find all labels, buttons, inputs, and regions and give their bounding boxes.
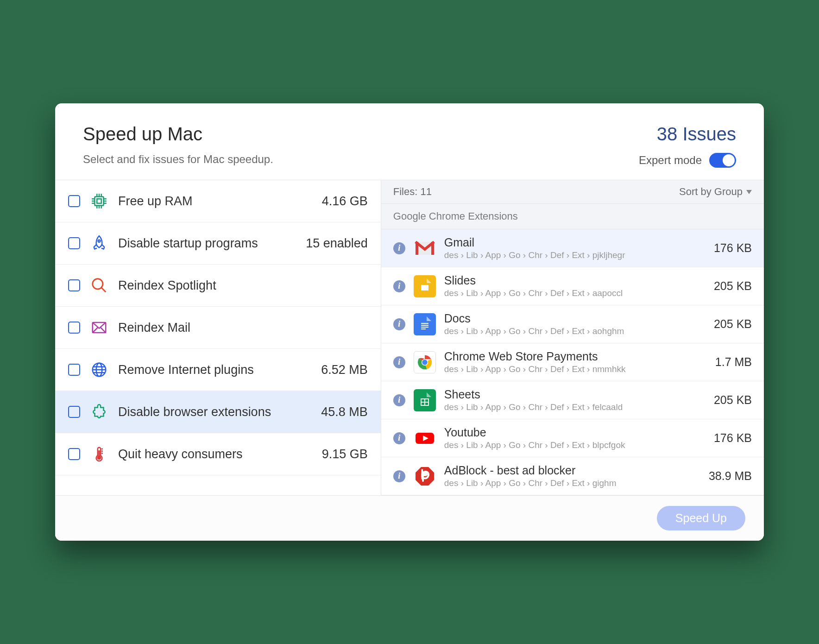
thermo-icon (90, 445, 108, 463)
checkbox[interactable] (68, 237, 80, 249)
file-row[interactable]: i Slides des › Lib › App › Go › Chr › De… (381, 267, 764, 305)
svg-rect-29 (416, 242, 418, 255)
file-row[interactable]: i Docs des › Lib › App › Go › Chr › Def … (381, 305, 764, 343)
puzzle-icon (90, 403, 108, 421)
mail-icon (90, 319, 108, 336)
chevron-down-icon (746, 190, 752, 194)
category-label: Disable startup programs (118, 236, 296, 251)
svg-rect-0 (95, 197, 104, 206)
category-extensions[interactable]: Disable browser extensions 45.8 MB (55, 391, 381, 433)
category-label: Reindex Mail (118, 321, 358, 335)
category-startup[interactable]: Disable startup programs 15 enabled (55, 222, 381, 265)
file-row[interactable]: i Gmail des › Lib › App › Go › Chr › Def… (381, 229, 764, 267)
category-value: 4.16 GB (322, 194, 368, 208)
expert-mode-label: Expert mode (639, 154, 702, 167)
file-path: des › Lib › App › Go › Chr › Def › Ext ›… (444, 402, 706, 412)
svg-rect-32 (421, 285, 428, 290)
svg-rect-36 (421, 327, 428, 328)
category-value: 9.15 GB (322, 447, 368, 461)
checkbox[interactable] (68, 195, 80, 207)
checkbox[interactable] (68, 279, 80, 291)
file-list-pane: Files: 11 Sort by Group Google Chrome Ex… (381, 180, 764, 495)
file-path: des › Lib › App › Go › Chr › Def › Ext ›… (444, 250, 706, 260)
info-icon[interactable]: i (393, 394, 405, 406)
info-icon[interactable]: i (393, 432, 405, 444)
file-name: Youtube (444, 426, 706, 439)
category-label: Remove Internet plugins (118, 363, 311, 377)
svg-rect-33 (418, 316, 431, 332)
category-value: 15 enabled (306, 236, 368, 251)
info-icon[interactable]: i (393, 280, 405, 292)
file-size: 205 KB (714, 279, 752, 293)
file-size: 38.9 MB (709, 469, 752, 483)
category-heavy[interactable]: Quit heavy consumers 9.15 GB (55, 433, 381, 475)
file-row[interactable]: i Youtube des › Lib › App › Go › Chr › D… (381, 419, 764, 457)
svg-point-23 (98, 456, 101, 459)
svg-line-16 (101, 288, 106, 292)
gmail-icon (414, 237, 436, 259)
file-row[interactable]: i Sheets des › Lib › App › Go › Chr › De… (381, 381, 764, 419)
app-window: Speed up Mac Select and fix issues for M… (55, 103, 764, 541)
category-label: Quit heavy consumers (118, 447, 312, 461)
svg-rect-35 (421, 325, 428, 326)
svg-rect-1 (97, 199, 101, 203)
file-name: Chrome Web Store Payments (444, 350, 707, 363)
chrome-icon (414, 351, 436, 373)
header-bar: Speed up Mac Select and fix issues for M… (55, 103, 764, 180)
file-row[interactable]: i AdBlock - best ad blocker des › Lib › … (381, 457, 764, 495)
checkbox[interactable] (68, 364, 80, 376)
page-subtitle: Select and fix issues for Mac speedup. (83, 153, 273, 166)
file-path: des › Lib › App › Go › Chr › Def › Ext ›… (444, 326, 706, 336)
file-size: 176 KB (714, 431, 752, 445)
category-label: Free up RAM (118, 194, 312, 208)
svg-point-14 (98, 240, 101, 242)
sheets-icon (414, 389, 436, 411)
category-label: Disable browser extensions (118, 405, 311, 419)
info-icon[interactable]: i (393, 356, 405, 368)
category-value: 45.8 MB (321, 405, 368, 419)
youtube-icon (414, 427, 436, 449)
svg-point-40 (422, 360, 427, 365)
page-title: Speed up Mac (83, 124, 273, 145)
category-mail[interactable]: Reindex Mail (55, 307, 381, 349)
file-size: 205 KB (714, 317, 752, 331)
file-path: des › Lib › App › Go › Chr › Def › Ext ›… (444, 440, 706, 450)
expert-mode-toggle[interactable] (709, 153, 736, 168)
footer-bar: Speed Up (55, 495, 764, 541)
file-path: des › Lib › App › Go › Chr › Def › Ext ›… (444, 478, 700, 488)
file-name: Docs (444, 312, 706, 325)
svg-rect-37 (421, 328, 426, 329)
main-body: Free up RAM 4.16 GB Disable startup prog… (55, 180, 764, 495)
category-plugins[interactable]: Remove Internet plugins 6.52 MB (55, 349, 381, 391)
info-icon[interactable]: i (393, 242, 405, 254)
globe-icon (90, 361, 108, 379)
checkbox[interactable] (68, 406, 80, 418)
files-header: Files: 11 Sort by Group (381, 180, 764, 204)
adblock-icon (414, 465, 436, 487)
file-name: Gmail (444, 236, 706, 249)
docs-icon (414, 313, 436, 335)
file-size: 205 KB (714, 393, 752, 407)
category-free-ram[interactable]: Free up RAM 4.16 GB (55, 180, 381, 222)
file-name: Sheets (444, 388, 706, 401)
chip-icon (90, 192, 108, 210)
files-count: Files: 11 (393, 186, 432, 198)
category-spotlight[interactable]: Reindex Spotlight (55, 265, 381, 307)
svg-rect-34 (421, 323, 428, 324)
file-name: Slides (444, 274, 706, 287)
svg-point-15 (93, 279, 103, 289)
rocket-icon (90, 234, 108, 252)
category-value: 6.52 MB (321, 363, 368, 377)
checkbox[interactable] (68, 448, 80, 460)
info-icon[interactable]: i (393, 470, 405, 482)
svg-rect-30 (431, 242, 434, 255)
info-icon[interactable]: i (393, 318, 405, 330)
file-row[interactable]: i Chrome Web Store Payments des › Lib › … (381, 343, 764, 381)
speed-up-button[interactable]: Speed Up (657, 506, 745, 530)
sort-dropdown[interactable]: Sort by Group (679, 186, 752, 198)
file-size: 1.7 MB (715, 355, 752, 369)
file-path: des › Lib › App › Go › Chr › Def › Ext ›… (444, 364, 707, 374)
category-label: Reindex Spotlight (118, 278, 358, 293)
checkbox[interactable] (68, 322, 80, 334)
file-size: 176 KB (714, 241, 752, 255)
